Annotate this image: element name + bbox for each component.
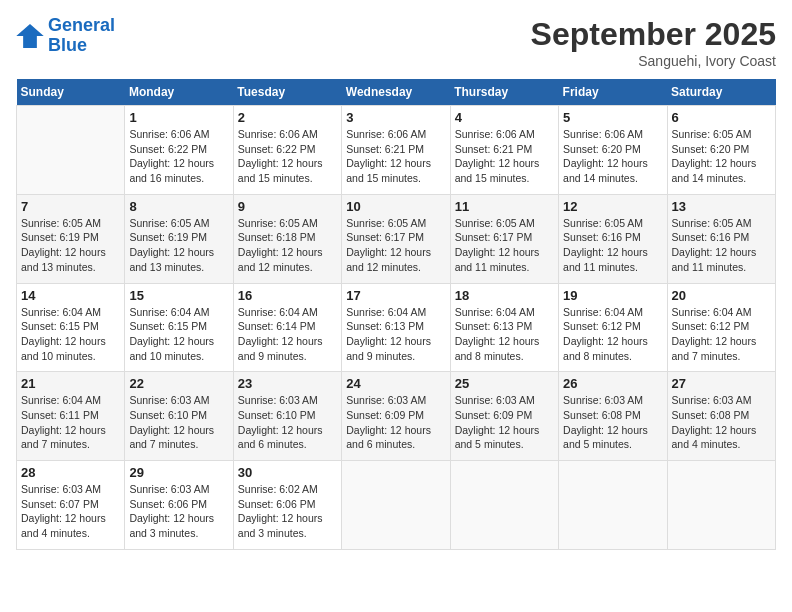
calendar-cell: 11Sunrise: 6:05 AMSunset: 6:17 PMDayligh… <box>450 194 558 283</box>
location-subtitle: Sanguehi, Ivory Coast <box>531 53 776 69</box>
day-info: Sunrise: 6:04 AMSunset: 6:11 PMDaylight:… <box>21 393 120 452</box>
calendar-week-row: 28Sunrise: 6:03 AMSunset: 6:07 PMDayligh… <box>17 461 776 550</box>
page-header: GeneralBlue September 2025 Sanguehi, Ivo… <box>16 16 776 69</box>
calendar-cell: 8Sunrise: 6:05 AMSunset: 6:19 PMDaylight… <box>125 194 233 283</box>
calendar-cell <box>450 461 558 550</box>
day-number: 23 <box>238 376 337 391</box>
calendar-cell: 2Sunrise: 6:06 AMSunset: 6:22 PMDaylight… <box>233 106 341 195</box>
day-info: Sunrise: 6:05 AMSunset: 6:16 PMDaylight:… <box>672 216 771 275</box>
calendar-cell: 13Sunrise: 6:05 AMSunset: 6:16 PMDayligh… <box>667 194 775 283</box>
day-info: Sunrise: 6:03 AMSunset: 6:06 PMDaylight:… <box>129 482 228 541</box>
day-info: Sunrise: 6:06 AMSunset: 6:21 PMDaylight:… <box>346 127 445 186</box>
day-info: Sunrise: 6:04 AMSunset: 6:12 PMDaylight:… <box>672 305 771 364</box>
weekday-header: Wednesday <box>342 79 450 106</box>
calendar-cell: 5Sunrise: 6:06 AMSunset: 6:20 PMDaylight… <box>559 106 667 195</box>
day-number: 11 <box>455 199 554 214</box>
weekday-header: Tuesday <box>233 79 341 106</box>
calendar-cell: 15Sunrise: 6:04 AMSunset: 6:15 PMDayligh… <box>125 283 233 372</box>
day-number: 20 <box>672 288 771 303</box>
weekday-header: Thursday <box>450 79 558 106</box>
day-info: Sunrise: 6:04 AMSunset: 6:13 PMDaylight:… <box>346 305 445 364</box>
calendar-cell: 27Sunrise: 6:03 AMSunset: 6:08 PMDayligh… <box>667 372 775 461</box>
calendar-cell: 6Sunrise: 6:05 AMSunset: 6:20 PMDaylight… <box>667 106 775 195</box>
day-number: 24 <box>346 376 445 391</box>
calendar-cell <box>559 461 667 550</box>
day-info: Sunrise: 6:03 AMSunset: 6:10 PMDaylight:… <box>129 393 228 452</box>
logo: GeneralBlue <box>16 16 115 56</box>
calendar-cell: 4Sunrise: 6:06 AMSunset: 6:21 PMDaylight… <box>450 106 558 195</box>
calendar-cell: 12Sunrise: 6:05 AMSunset: 6:16 PMDayligh… <box>559 194 667 283</box>
weekday-header-row: SundayMondayTuesdayWednesdayThursdayFrid… <box>17 79 776 106</box>
day-number: 17 <box>346 288 445 303</box>
calendar-week-row: 14Sunrise: 6:04 AMSunset: 6:15 PMDayligh… <box>17 283 776 372</box>
day-number: 15 <box>129 288 228 303</box>
day-info: Sunrise: 6:05 AMSunset: 6:18 PMDaylight:… <box>238 216 337 275</box>
day-info: Sunrise: 6:03 AMSunset: 6:09 PMDaylight:… <box>346 393 445 452</box>
day-info: Sunrise: 6:05 AMSunset: 6:17 PMDaylight:… <box>455 216 554 275</box>
calendar-cell: 14Sunrise: 6:04 AMSunset: 6:15 PMDayligh… <box>17 283 125 372</box>
calendar-week-row: 7Sunrise: 6:05 AMSunset: 6:19 PMDaylight… <box>17 194 776 283</box>
weekday-header: Saturday <box>667 79 775 106</box>
calendar-cell: 22Sunrise: 6:03 AMSunset: 6:10 PMDayligh… <box>125 372 233 461</box>
logo-icon <box>16 24 44 48</box>
day-number: 10 <box>346 199 445 214</box>
calendar-cell: 23Sunrise: 6:03 AMSunset: 6:10 PMDayligh… <box>233 372 341 461</box>
weekday-header: Monday <box>125 79 233 106</box>
day-number: 4 <box>455 110 554 125</box>
calendar-cell: 10Sunrise: 6:05 AMSunset: 6:17 PMDayligh… <box>342 194 450 283</box>
day-info: Sunrise: 6:04 AMSunset: 6:15 PMDaylight:… <box>21 305 120 364</box>
calendar-cell: 25Sunrise: 6:03 AMSunset: 6:09 PMDayligh… <box>450 372 558 461</box>
calendar-cell: 1Sunrise: 6:06 AMSunset: 6:22 PMDaylight… <box>125 106 233 195</box>
day-number: 5 <box>563 110 662 125</box>
day-number: 7 <box>21 199 120 214</box>
calendar-cell: 24Sunrise: 6:03 AMSunset: 6:09 PMDayligh… <box>342 372 450 461</box>
day-number: 14 <box>21 288 120 303</box>
calendar-table: SundayMondayTuesdayWednesdayThursdayFrid… <box>16 79 776 550</box>
calendar-cell: 17Sunrise: 6:04 AMSunset: 6:13 PMDayligh… <box>342 283 450 372</box>
day-info: Sunrise: 6:03 AMSunset: 6:08 PMDaylight:… <box>563 393 662 452</box>
calendar-cell: 28Sunrise: 6:03 AMSunset: 6:07 PMDayligh… <box>17 461 125 550</box>
day-info: Sunrise: 6:03 AMSunset: 6:10 PMDaylight:… <box>238 393 337 452</box>
calendar-cell: 3Sunrise: 6:06 AMSunset: 6:21 PMDaylight… <box>342 106 450 195</box>
calendar-cell <box>17 106 125 195</box>
day-number: 25 <box>455 376 554 391</box>
calendar-cell: 18Sunrise: 6:04 AMSunset: 6:13 PMDayligh… <box>450 283 558 372</box>
calendar-cell: 19Sunrise: 6:04 AMSunset: 6:12 PMDayligh… <box>559 283 667 372</box>
day-info: Sunrise: 6:04 AMSunset: 6:14 PMDaylight:… <box>238 305 337 364</box>
day-number: 2 <box>238 110 337 125</box>
day-info: Sunrise: 6:04 AMSunset: 6:12 PMDaylight:… <box>563 305 662 364</box>
day-number: 18 <box>455 288 554 303</box>
day-info: Sunrise: 6:06 AMSunset: 6:21 PMDaylight:… <box>455 127 554 186</box>
day-number: 21 <box>21 376 120 391</box>
calendar-cell: 21Sunrise: 6:04 AMSunset: 6:11 PMDayligh… <box>17 372 125 461</box>
day-info: Sunrise: 6:03 AMSunset: 6:09 PMDaylight:… <box>455 393 554 452</box>
day-number: 28 <box>21 465 120 480</box>
logo-text: GeneralBlue <box>48 16 115 56</box>
day-info: Sunrise: 6:06 AMSunset: 6:22 PMDaylight:… <box>129 127 228 186</box>
day-info: Sunrise: 6:05 AMSunset: 6:19 PMDaylight:… <box>129 216 228 275</box>
day-number: 8 <box>129 199 228 214</box>
day-info: Sunrise: 6:06 AMSunset: 6:22 PMDaylight:… <box>238 127 337 186</box>
day-number: 6 <box>672 110 771 125</box>
day-number: 19 <box>563 288 662 303</box>
calendar-cell <box>342 461 450 550</box>
calendar-week-row: 1Sunrise: 6:06 AMSunset: 6:22 PMDaylight… <box>17 106 776 195</box>
day-info: Sunrise: 6:05 AMSunset: 6:17 PMDaylight:… <box>346 216 445 275</box>
month-year-title: September 2025 <box>531 16 776 53</box>
day-info: Sunrise: 6:04 AMSunset: 6:15 PMDaylight:… <box>129 305 228 364</box>
calendar-week-row: 21Sunrise: 6:04 AMSunset: 6:11 PMDayligh… <box>17 372 776 461</box>
day-number: 26 <box>563 376 662 391</box>
day-number: 27 <box>672 376 771 391</box>
calendar-cell: 7Sunrise: 6:05 AMSunset: 6:19 PMDaylight… <box>17 194 125 283</box>
day-number: 29 <box>129 465 228 480</box>
calendar-cell: 9Sunrise: 6:05 AMSunset: 6:18 PMDaylight… <box>233 194 341 283</box>
day-info: Sunrise: 6:02 AMSunset: 6:06 PMDaylight:… <box>238 482 337 541</box>
day-info: Sunrise: 6:05 AMSunset: 6:16 PMDaylight:… <box>563 216 662 275</box>
day-info: Sunrise: 6:06 AMSunset: 6:20 PMDaylight:… <box>563 127 662 186</box>
weekday-header: Sunday <box>17 79 125 106</box>
calendar-cell <box>667 461 775 550</box>
svg-marker-0 <box>16 24 43 48</box>
day-number: 16 <box>238 288 337 303</box>
day-number: 13 <box>672 199 771 214</box>
day-info: Sunrise: 6:05 AMSunset: 6:20 PMDaylight:… <box>672 127 771 186</box>
